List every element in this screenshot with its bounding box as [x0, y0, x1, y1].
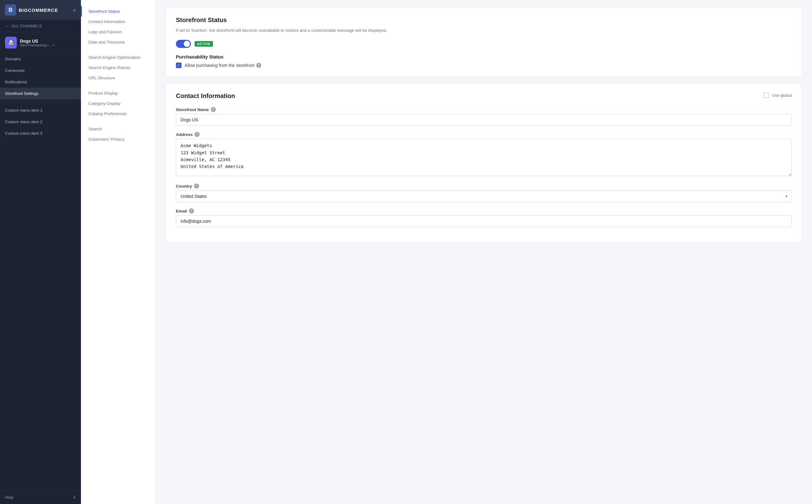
storefront-name-input[interactable]: [176, 114, 792, 126]
all-channels-link[interactable]: ← ALL CHANNELS: [0, 20, 81, 32]
purchasability-row: ✓ Allow purchasing from the storefront ?: [176, 63, 792, 68]
storefront-status-card: Storefront Status If set to 'Inactive', …: [166, 7, 802, 77]
active-toggle-row: ACTIVE: [176, 40, 792, 48]
purchasability-help-icon[interactable]: ?: [256, 63, 261, 68]
mid-nav-item-contact-information[interactable]: Contact Information: [81, 16, 155, 27]
sidebar-footer[interactable]: Help ∧: [0, 490, 81, 504]
mid-nav-group-display: Product DisplayCategory DisplayCatalog P…: [81, 88, 155, 119]
email-input[interactable]: [176, 215, 792, 227]
mid-nav-group-other: SearchCustomers' Privacy: [81, 124, 155, 144]
sidebar-item-custom-menu-item-3[interactable]: Custom menu item 3: [0, 128, 81, 139]
chevron-up-icon: ∧: [73, 495, 76, 500]
logo-text: BIGCOMMERCE: [19, 7, 58, 13]
store-info: 🐶 Dogs US https://mydogslong.c... ↗: [0, 32, 81, 53]
back-arrow-icon: ←: [5, 24, 9, 28]
use-global-label: Use global: [772, 93, 792, 98]
sidebar-item-custom-menu-item-1[interactable]: Custom menu item 1: [0, 105, 81, 116]
address-help-icon[interactable]: ?: [194, 132, 199, 137]
address-field-group: Address ? Acme Widgets 123 Widget Street…: [176, 132, 792, 177]
mid-nav-item-storefront-status[interactable]: Storefront Status: [81, 6, 155, 16]
main-content: Storefront Status If set to 'Inactive', …: [156, 0, 812, 504]
sidebar-item-currencies[interactable]: Currencies: [0, 65, 81, 76]
nav-divider: [0, 102, 81, 102]
sidebar-header: B BIGCOMMERCE «: [0, 0, 81, 20]
use-global-row: Use global: [764, 92, 792, 98]
country-label: Country ?: [176, 184, 792, 189]
mid-nav-item-catalog-preferences[interactable]: Catalog Preferences: [81, 109, 155, 119]
sidebar: B BIGCOMMERCE « ← ALL CHANNELS 🐶 Dogs US…: [0, 0, 81, 504]
storefront-name-field-group: Storefront Name ?: [176, 107, 792, 126]
store-avatar: 🐶: [5, 37, 17, 49]
storefront-status-title: Storefront Status: [176, 16, 792, 24]
mid-nav-item-search-engine-optimization[interactable]: Search Engine Optimization: [81, 52, 155, 63]
collapse-button[interactable]: «: [73, 7, 76, 13]
sidebar-item-domains[interactable]: Domains: [0, 53, 81, 65]
storefront-name-label: Storefront Name ?: [176, 107, 792, 112]
middle-navigation: Storefront StatusContact InformationLogo…: [81, 0, 156, 504]
all-channels-label: ALL CHANNELS: [12, 24, 42, 28]
mid-nav-item-customers'-privacy[interactable]: Customers' Privacy: [81, 134, 155, 144]
address-textarea[interactable]: Acme Widgets 123 Widget Street Acmeville…: [176, 139, 792, 176]
storefront-status-description: If set to 'Inactive', the storefront wil…: [176, 27, 792, 34]
sidebar-navigation: DomainsCurrenciesNotificationsStorefront…: [0, 53, 81, 99]
mid-nav-item-url-structure[interactable]: URL Structure: [81, 73, 155, 83]
use-global-checkbox[interactable]: [764, 92, 769, 98]
mid-nav-group-general: Storefront StatusContact InformationLogo…: [81, 6, 155, 47]
storefront-name-help-icon[interactable]: ?: [211, 107, 216, 112]
sidebar-item-custom-menu-item-2[interactable]: Custom menu item 2: [0, 116, 81, 128]
logo-area: B BIGCOMMERCE: [5, 4, 58, 16]
sidebar-item-notifications[interactable]: Notifications: [0, 76, 81, 88]
store-details: Dogs US https://mydogslong.c... ↗: [20, 39, 55, 47]
email-field-group: Email ?: [176, 208, 792, 227]
contact-info-header: Contact Information Use global: [176, 92, 792, 100]
country-help-icon[interactable]: ?: [194, 184, 199, 189]
country-select-wrapper: United States Canada United Kingdom Aust…: [176, 190, 792, 202]
mid-nav-item-logo-and-favicon[interactable]: Logo and Favicon: [81, 27, 155, 37]
active-badge: ACTIVE: [194, 41, 213, 47]
help-label: Help: [5, 495, 13, 500]
purchasability-title: Purchasability Status: [176, 54, 792, 59]
address-label: Address ?: [176, 132, 792, 137]
email-help-icon[interactable]: ?: [189, 208, 194, 213]
mid-nav-item-search-engine-robots[interactable]: Search Engine Robots: [81, 63, 155, 73]
mid-nav-group-seo: Search Engine OptimizationSearch Engine …: [81, 52, 155, 83]
country-field-group: Country ? United States Canada United Ki…: [176, 184, 792, 202]
email-label: Email ?: [176, 208, 792, 213]
storefront-active-toggle[interactable]: [176, 40, 191, 48]
mid-nav-item-category-display[interactable]: Category Display: [81, 98, 155, 109]
country-select[interactable]: United States Canada United Kingdom Aust…: [176, 190, 792, 202]
external-link-icon[interactable]: ↗: [52, 44, 55, 47]
custom-menu-navigation: Custom menu item 1Custom menu item 2Cust…: [0, 105, 81, 139]
store-name: Dogs US: [20, 39, 55, 44]
mid-nav-item-product-display[interactable]: Product Display: [81, 88, 155, 98]
purchasability-checkbox[interactable]: ✓: [176, 63, 181, 68]
purchasability-label: Allow purchasing from the storefront ?: [184, 63, 261, 68]
bigcommerce-logo-icon: B: [5, 4, 16, 16]
mid-nav-item-date-and-timezone[interactable]: Date and Timezone: [81, 37, 155, 47]
mid-nav-item-search[interactable]: Search: [81, 124, 155, 134]
contact-information-card: Contact Information Use global Storefron…: [166, 83, 802, 242]
contact-info-title: Contact Information: [176, 92, 235, 100]
sidebar-item-storefront-settings[interactable]: Storefront Settings: [0, 88, 81, 99]
store-url: https://mydogslong.c... ↗: [20, 44, 55, 47]
